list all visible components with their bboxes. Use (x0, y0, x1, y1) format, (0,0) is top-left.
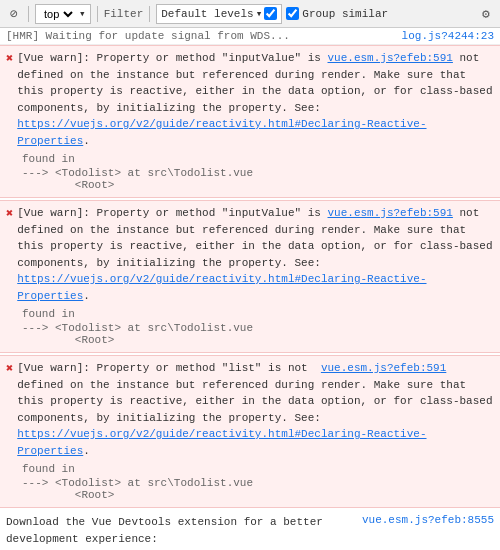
error-block-2: ✖ [Vue warn]: Property or method "inputV… (0, 200, 500, 353)
found-in-3: found in (6, 463, 494, 475)
error-icon-3: ✖ (6, 361, 13, 376)
separator-2 (97, 6, 98, 22)
error-header-2: ✖ [Vue warn]: Property or method "inputV… (6, 205, 494, 346)
error-content-2: ✖ [Vue warn]: Property or method "inputV… (6, 205, 494, 346)
console-area: [HMR] Waiting for update signal from WDS… (0, 28, 500, 550)
context-select[interactable]: top (40, 7, 76, 21)
separator-3 (149, 6, 150, 22)
hmr-message: [HMR] Waiting for update signal from WDS… (6, 30, 290, 42)
error-block-1: ✖ [Vue warn]: Property or method "inputV… (0, 45, 500, 198)
error-file-link-1[interactable]: vue.esm.js?efeb:591 (328, 52, 453, 64)
levels-chevron-icon: ▾ (256, 7, 263, 20)
info-block: Download the Vue Devtools extension for … (0, 510, 500, 550)
group-similar-checkbox[interactable] (286, 7, 299, 20)
group-similar-label[interactable]: Group similar (286, 7, 388, 20)
error-docs-link-1[interactable]: https://vuejs.org/v2/guide/reactivity.ht… (17, 118, 426, 147)
levels-dropdown[interactable]: Default levels ▾ (156, 4, 282, 24)
filter-label: Filter (104, 8, 144, 20)
hmr-link[interactable]: log.js?4244:23 (402, 30, 494, 42)
error-text-3: [Vue warn]: Property or method "list" is… (17, 360, 494, 459)
stack-trace-1: ---> <Todolist> at src\Todolist.vue <Roo… (6, 167, 494, 191)
error-content-1: ✖ [Vue warn]: Property or method "inputV… (6, 50, 494, 191)
error-header-1: ✖ [Vue warn]: Property or method "inputV… (6, 50, 494, 191)
found-in-2: found in (6, 308, 494, 320)
found-in-1: found in (6, 153, 494, 165)
levels-checkbox[interactable] (264, 7, 277, 20)
chevron-down-icon: ▾ (79, 7, 86, 20)
clear-icon[interactable]: ⊘ (6, 6, 22, 22)
error-content-3: ✖ [Vue warn]: Property or method "list" … (6, 360, 494, 501)
hmr-row: [HMR] Waiting for update signal from WDS… (0, 28, 500, 45)
error-docs-link-2[interactable]: https://vuejs.org/v2/guide/reactivity.ht… (17, 273, 426, 302)
error-icon-2: ✖ (6, 206, 13, 221)
info-file-link[interactable]: vue.esm.js?efeb:8555 (362, 514, 494, 526)
error-file-link-2[interactable]: vue.esm.js?efeb:591 (328, 207, 453, 219)
error-text-1: [Vue warn]: Property or method "inputVal… (17, 50, 494, 149)
toolbar-right: ⚙ (478, 6, 494, 22)
stack-trace-2: ---> <Todolist> at src\Todolist.vue <Roo… (6, 322, 494, 346)
group-similar-text: Group similar (302, 8, 388, 20)
error-icon-1: ✖ (6, 51, 13, 66)
context-dropdown[interactable]: top ▾ (35, 4, 91, 24)
error-file-link-3[interactable]: vue.esm.js?efeb:591 (321, 362, 446, 374)
error-docs-link-3[interactable]: https://vuejs.org/v2/guide/reactivity.ht… (17, 428, 426, 457)
error-header-row-3: ✖ [Vue warn]: Property or method "list" … (6, 360, 494, 459)
error-text-2: [Vue warn]: Property or method "inputVal… (17, 205, 494, 304)
separator-1 (28, 6, 29, 22)
error-header-row-2: ✖ [Vue warn]: Property or method "inputV… (6, 205, 494, 304)
levels-label: Default levels (161, 8, 253, 20)
error-header-row-1: ✖ [Vue warn]: Property or method "inputV… (6, 50, 494, 149)
info-text: Download the Vue Devtools extension for … (6, 514, 354, 550)
stack-trace-3: ---> <Todolist> at src\Todolist.vue <Roo… (6, 477, 494, 501)
error-header-3: ✖ [Vue warn]: Property or method "list" … (6, 360, 494, 501)
toolbar: ⊘ top ▾ Filter Default levels ▾ Group si… (0, 0, 500, 28)
error-block-3: ✖ [Vue warn]: Property or method "list" … (0, 355, 500, 508)
settings-icon[interactable]: ⚙ (478, 6, 494, 22)
